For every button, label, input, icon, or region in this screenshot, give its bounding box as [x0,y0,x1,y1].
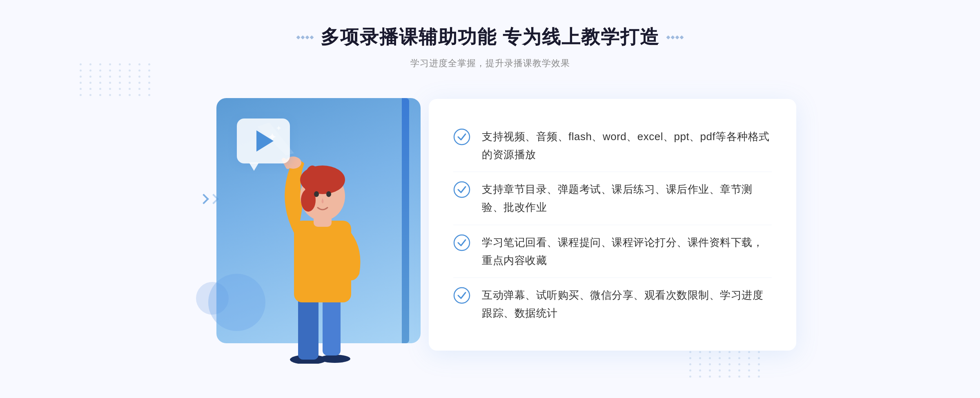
svg-rect-4 [294,221,351,302]
feature-item-1: 支持视频、音频、flash、word、excel、ppt、pdf等各种格式的资源… [453,119,772,172]
svg-point-11 [326,191,331,197]
dots-decoration-top-left [80,63,154,96]
play-triangle-icon [256,130,274,152]
header-title-row: 多项录播课辅助功能 专为线上教学打造 [297,25,684,50]
feature-item-2: 支持章节目录、弹题考试、课后练习、课后作业、章节测验、批改作业 [453,172,772,225]
title-decorator-right [667,36,683,39]
svg-point-17 [454,182,470,197]
feature-item-4: 互动弹幕、试听购买、微信分享、观看次数限制、学习进度跟踪、数据统计 [453,278,772,330]
main-content: ✦ ✦ 支持视频、音频、flash、word、exce [163,86,817,364]
feature-text-1: 支持视频、音频、flash、word、excel、ppt、pdf等各种格式的资源… [482,127,772,163]
svg-point-18 [454,235,470,250]
play-bubble [237,119,290,163]
features-card: 支持视频、音频、flash、word、excel、ppt、pdf等各种格式的资源… [429,99,796,351]
svg-point-19 [454,288,470,303]
feature-text-2: 支持章节目录、弹题考试、课后练习、课后作业、章节测验、批改作业 [482,180,772,216]
svg-point-16 [454,129,470,145]
svg-rect-3 [323,294,341,356]
chevron-arrows [200,195,217,203]
subtitle: 学习进度全掌握，提升录播课教学效果 [297,57,684,69]
page-container: 多项录播课辅助功能 专为线上教学打造 学习进度全掌握，提升录播课教学效果 [0,0,980,398]
left-illustration-section: ✦ ✦ [184,86,437,364]
check-icon-2 [453,181,470,198]
feature-item-3: 学习笔记回看、课程提问、课程评论打分、课件资料下载，重点内容收藏 [453,225,772,278]
feature-text-3: 学习笔记回看、课程提问、课程评论打分、课件资料下载，重点内容收藏 [482,233,772,269]
check-icon-4 [453,287,470,304]
blue-vertical-bar [402,98,409,343]
header-section: 多项录播课辅助功能 专为线上教学打造 学习进度全掌握，提升录播课教学效果 [297,0,684,69]
svg-point-10 [314,191,319,197]
title-decorator-left [297,36,313,39]
main-title: 多项录播课辅助功能 专为线上教学打造 [321,25,660,50]
svg-point-9 [301,189,316,212]
svg-point-1 [319,355,350,363]
check-icon-1 [453,128,470,145]
svg-rect-2 [298,294,318,360]
check-icon-3 [453,234,470,251]
feature-text-4: 互动弹幕、试听购买、微信分享、观看次数限制、学习进度跟踪、数据统计 [482,286,772,322]
